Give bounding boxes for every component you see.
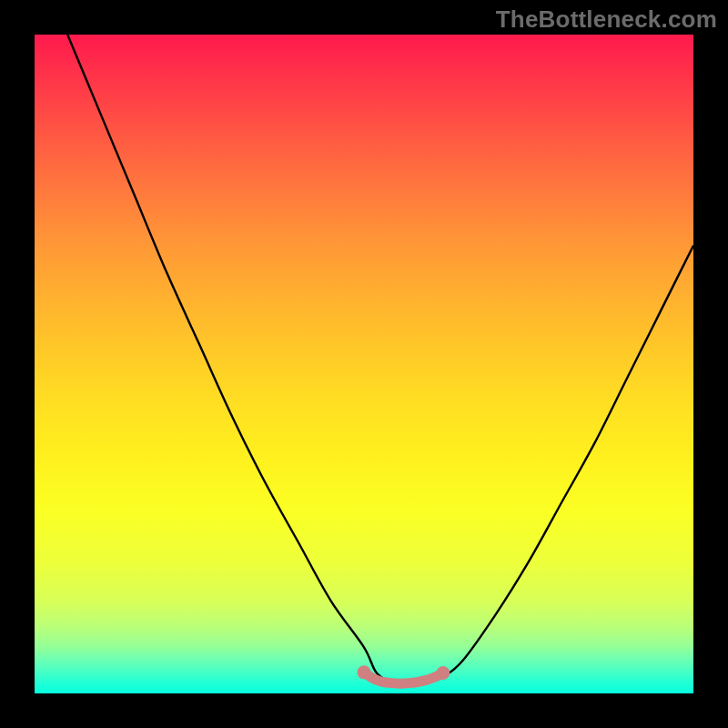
bottleneck-curve — [67, 35, 693, 684]
valley-marker-dot — [358, 665, 371, 679]
valley-marker-group — [358, 665, 450, 683]
curve-layer — [35, 35, 693, 693]
plot-area — [35, 35, 693, 693]
valley-marker-path — [364, 672, 443, 683]
valley-marker-dot — [436, 666, 450, 680]
chart-container: TheBottleneck.com — [0, 0, 728, 728]
watermark-text: TheBottleneck.com — [496, 5, 717, 34]
